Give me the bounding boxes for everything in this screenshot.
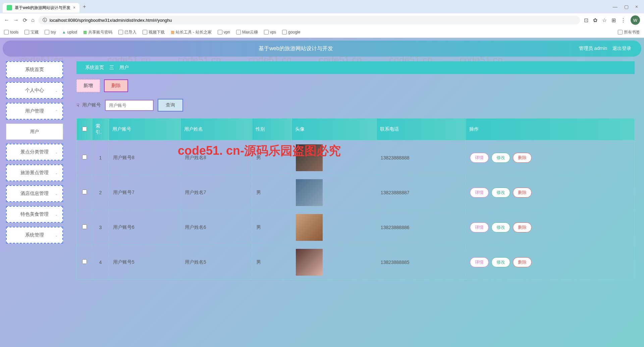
- col-name: 用户姓名: [180, 119, 252, 140]
- row-checkbox[interactable]: [82, 155, 87, 159]
- search-row: ☟ 用户账号 查询: [76, 99, 635, 112]
- cell-phone: 13823888885: [376, 245, 466, 280]
- site-info-icon[interactable]: ⓘ: [43, 17, 47, 23]
- avatar-icon: [296, 179, 323, 206]
- reload-icon[interactable]: ⟳: [23, 17, 27, 23]
- col-checkbox: [77, 119, 92, 140]
- bookmark-item[interactable]: vps: [264, 30, 276, 34]
- action-buttons: 新增 删除: [76, 79, 635, 92]
- row-checkbox[interactable]: [82, 259, 87, 264]
- breadcrumb-home[interactable]: 系统首页: [85, 65, 104, 70]
- edit-button[interactable]: 修改: [491, 222, 510, 232]
- cell-actions: 详情 修改 删除: [466, 210, 635, 245]
- row-checkbox[interactable]: [82, 224, 87, 229]
- url-input[interactable]: ⓘ localhost:8080/springboothw31x/admin/d…: [39, 16, 580, 24]
- delete-row-button[interactable]: 删除: [513, 222, 532, 232]
- table-row: 2 用户账号7 用户姓名7 男 13823888887 详情 修改 删除: [77, 175, 635, 210]
- cell-account: 用户账号5: [109, 245, 181, 280]
- tools-icon: ▦: [171, 30, 174, 34]
- cell-gender: 男: [252, 210, 292, 245]
- maximize-icon[interactable]: ▢: [624, 4, 629, 9]
- sidebar-item-food[interactable]: 特色美食管理⌄: [6, 206, 63, 223]
- bookmark-item[interactable]: ▲uplod: [62, 30, 77, 34]
- bookmark-item[interactable]: ▦站长工具 - 站长之家: [171, 29, 212, 35]
- delete-row-button[interactable]: 删除: [513, 153, 532, 163]
- col-index: 索引.: [92, 119, 109, 140]
- window-controls: — ▢ ×: [613, 4, 641, 9]
- bookmark-item[interactable]: vpn: [218, 30, 230, 34]
- profile-avatar[interactable]: W: [631, 15, 640, 25]
- cell-phone: 13823888886: [376, 210, 466, 245]
- browser-tab[interactable]: 基于web的旅游网站设计与开发 ×: [3, 3, 79, 13]
- edit-button[interactable]: 修改: [491, 257, 510, 267]
- bookmark-item[interactable]: ▦共享账号密码: [83, 29, 112, 35]
- sidebar-item-system[interactable]: 系统管理⌄: [6, 227, 63, 244]
- cell-phone: 13823888887: [376, 175, 466, 210]
- cell-name: 用户姓名5: [180, 245, 252, 280]
- back-icon[interactable]: ←: [4, 17, 9, 23]
- minimize-icon[interactable]: —: [613, 4, 618, 9]
- app-container: code51.cn code51.cn code51.cn code51.cn …: [0, 38, 644, 347]
- avatar-icon: [296, 249, 323, 276]
- bookmark-item[interactable]: txy: [45, 30, 56, 34]
- sidebar-item-user[interactable]: 用户: [6, 124, 63, 140]
- cell-avatar: [292, 140, 377, 175]
- new-tab-icon[interactable]: +: [83, 4, 86, 10]
- logout-link[interactable]: 退出登录: [612, 46, 631, 52]
- detail-button[interactable]: 详情: [470, 257, 489, 267]
- all-bookmarks[interactable]: 所有书签: [618, 29, 640, 35]
- sidebar-item-user-mgmt[interactable]: 用户管理⌃: [6, 103, 63, 120]
- cell-avatar: [292, 210, 377, 245]
- bookmark-icon[interactable]: ☆: [602, 17, 607, 23]
- folder-icon: [618, 30, 623, 34]
- bookmark-bar: tools 宝藏 txy ▲uplod ▦共享账号密码 已导入 视频下载 ▦站长…: [0, 27, 644, 38]
- edit-button[interactable]: 修改: [491, 153, 510, 163]
- row-checkbox[interactable]: [82, 190, 87, 194]
- detail-button[interactable]: 详情: [470, 153, 489, 163]
- menu-icon[interactable]: ⋮: [621, 17, 626, 23]
- bookmark-item[interactable]: Max云梯: [236, 29, 258, 35]
- detail-button[interactable]: 详情: [470, 188, 489, 198]
- search-button[interactable]: 查询: [158, 99, 183, 112]
- bookmark-item[interactable]: 已导入: [118, 29, 137, 35]
- bookmark-item[interactable]: google: [282, 30, 300, 34]
- home-icon[interactable]: ⌂: [31, 17, 35, 23]
- bookmark-item[interactable]: 宝藏: [24, 29, 39, 35]
- page-title: 基于web的旅游网站设计与开发: [259, 45, 333, 52]
- puzzle-icon[interactable]: ⊞: [611, 17, 616, 23]
- cell-index: 3: [92, 210, 109, 245]
- col-actions: 操作: [466, 119, 635, 140]
- sidebar-item-category[interactable]: 景点分类管理⌄: [6, 144, 63, 160]
- search-label: 用户账号: [82, 102, 101, 108]
- close-icon[interactable]: ×: [635, 4, 638, 9]
- translate-icon[interactable]: ⊡: [584, 17, 588, 23]
- sidebar-item-home[interactable]: 系统首页: [6, 61, 63, 78]
- search-input[interactable]: [105, 100, 154, 111]
- forward-icon[interactable]: →: [13, 17, 19, 23]
- tab-favicon-icon: [7, 5, 12, 10]
- delete-button[interactable]: 删除: [104, 79, 128, 92]
- folder-icon: [45, 30, 49, 34]
- add-button[interactable]: 新增: [76, 79, 100, 92]
- tab-close-icon[interactable]: ×: [73, 5, 75, 10]
- sidebar: 系统首页 个人中心⌄ 用户管理⌃ 用户 景点分类管理⌄ 旅游景点管理⌄ 酒店信息…: [3, 58, 66, 345]
- folder-icon: [264, 30, 269, 34]
- sidebar-item-spot[interactable]: 旅游景点管理⌄: [6, 164, 63, 181]
- bookmark-item[interactable]: 视频下载: [143, 29, 165, 35]
- sidebar-item-profile[interactable]: 个人中心⌄: [6, 82, 63, 99]
- cell-name: 用户姓名7: [180, 175, 252, 210]
- bookmark-item[interactable]: tools: [4, 30, 18, 34]
- extensions-icon[interactable]: ✿: [593, 17, 597, 23]
- select-all-checkbox[interactable]: [82, 127, 87, 131]
- chevron-up-icon: ⌃: [55, 110, 58, 113]
- detail-button[interactable]: 详情: [470, 222, 489, 232]
- delete-row-button[interactable]: 删除: [513, 257, 532, 267]
- cell-index: 4: [92, 245, 109, 280]
- delete-row-button[interactable]: 删除: [513, 188, 532, 198]
- app-header: 基于web的旅游网站设计与开发 管理员 admin 退出登录: [3, 41, 641, 57]
- chevron-down-icon: ⌄: [55, 150, 58, 154]
- sidebar-item-hotel[interactable]: 酒店信息管理⌄: [6, 185, 63, 202]
- chevron-down-icon: ⌄: [55, 233, 58, 237]
- chevron-down-icon: ⌄: [55, 213, 58, 216]
- edit-button[interactable]: 修改: [491, 188, 510, 198]
